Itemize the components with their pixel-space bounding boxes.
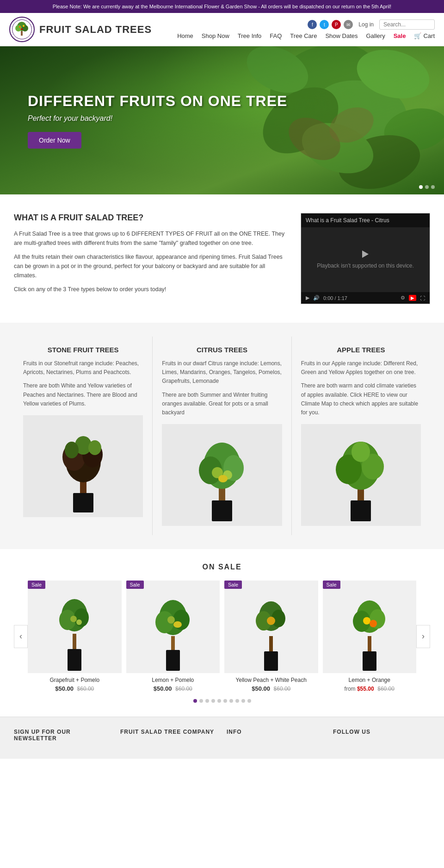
what-is-para1: A Fruit Salad Tree is a tree that grows … bbox=[14, 229, 287, 248]
apple-para1: Fruits in our Apple range include: Diffe… bbox=[301, 359, 421, 377]
svg-point-59 bbox=[267, 617, 275, 625]
carousel-dot-1[interactable] bbox=[193, 699, 197, 703]
sale-tree-svg-4 bbox=[346, 583, 393, 671]
sale-item-name-3: Yellow Peach + White Peach bbox=[224, 677, 318, 683]
sale-item-price-4: from $55.00 $60.00 bbox=[323, 685, 417, 692]
svg-point-6 bbox=[23, 25, 25, 27]
sale-item-3[interactable]: Sale Yellow Peach + White Peach $50.00 $… bbox=[224, 581, 318, 692]
sale-item-price-1: $50.00 $60.00 bbox=[28, 685, 122, 692]
what-is-heading: WHAT IS A FRUIT SALAD TREE? bbox=[14, 213, 287, 223]
sale-tree-svg-2 bbox=[150, 583, 196, 671]
svg-point-66 bbox=[370, 620, 377, 627]
video-title: What is a Fruit Salad Tree - Citrus bbox=[301, 213, 430, 227]
video-container: What is a Fruit Salad Tree - Citrus Play… bbox=[301, 213, 430, 304]
hero-dot-3[interactable] bbox=[431, 185, 435, 189]
hero-title: DIFFERENT FRUITS ON ONE TREE bbox=[28, 93, 287, 110]
svg-rect-27 bbox=[212, 500, 232, 521]
carousel-dot-2[interactable] bbox=[199, 699, 203, 703]
carousel-dot-7[interactable] bbox=[229, 699, 233, 703]
search-input[interactable] bbox=[379, 19, 435, 30]
carousel-dot-5[interactable] bbox=[217, 699, 221, 703]
svg-point-53 bbox=[173, 621, 182, 628]
carousel-dot-9[interactable] bbox=[241, 699, 245, 703]
order-now-button[interactable]: Order Now bbox=[28, 132, 81, 149]
sale-item-2[interactable]: Sale Lemon + Pomelo $50.00 $60.0 bbox=[126, 581, 220, 692]
nav-tree-info[interactable]: Tree Info bbox=[238, 32, 262, 39]
stone-fruit-image bbox=[23, 415, 143, 517]
logo-icon[interactable] bbox=[9, 17, 35, 42]
video-thumbnail[interactable]: Playback isn't supported on this device. bbox=[301, 227, 430, 292]
hero-carousel-dots bbox=[419, 185, 435, 189]
svg-point-5 bbox=[19, 26, 21, 28]
citrus-para1: Fruits in our dwarf Citrus range include… bbox=[162, 359, 282, 386]
sale-badge: Sale bbox=[28, 581, 45, 589]
site-title: FRUIT SALAD TREES bbox=[39, 24, 152, 36]
stone-fruit-tree-svg bbox=[51, 420, 116, 512]
nav-cart[interactable]: 🛒 Cart bbox=[414, 32, 435, 39]
twitter-icon[interactable]: t bbox=[320, 20, 329, 29]
video-no-playback: Playback isn't supported on this device. bbox=[317, 262, 414, 269]
carousel-dot-10[interactable] bbox=[247, 699, 251, 703]
citrus-column[interactable]: CITRUS TREES Fruits in our dwarf Citrus … bbox=[153, 337, 291, 535]
sale-item-name-2: Lemon + Pomelo bbox=[126, 677, 220, 683]
sale-item-4[interactable]: Sale Lemon + Orange from $55.00 bbox=[323, 581, 417, 692]
svg-rect-55 bbox=[264, 651, 278, 671]
pinterest-icon[interactable]: P bbox=[332, 20, 341, 29]
carousel-dot-4[interactable] bbox=[211, 699, 215, 703]
hero-content: DIFFERENT FRUITS ON ONE TREE Perfect for… bbox=[0, 74, 315, 167]
stone-fruit-heading: STONE FRUIT TREES bbox=[23, 346, 143, 354]
video-youtube-icon[interactable]: ▶ bbox=[409, 295, 416, 301]
site-footer: SIGN UP FOR OUR NEWSLETTER FRUIT SALAD T… bbox=[0, 717, 444, 759]
svg-point-7 bbox=[21, 28, 23, 30]
sale-badge-3: Sale bbox=[224, 581, 242, 589]
announcement-banner: Please Note: We are currently away at th… bbox=[0, 0, 444, 13]
nav-faq[interactable]: FAQ bbox=[270, 32, 282, 39]
what-is-text: WHAT IS A FRUIT SALAD TREE? A Fruit Sala… bbox=[14, 213, 287, 299]
video-play-button[interactable]: ▶ bbox=[306, 295, 309, 301]
sale-item-image-3 bbox=[224, 581, 318, 673]
stone-fruit-para1: Fruits in our Stonefruit range include: … bbox=[23, 359, 143, 377]
footer-info-heading: INFO bbox=[227, 729, 324, 735]
video-settings-icon[interactable]: ⚙ bbox=[401, 295, 405, 301]
stone-fruit-column[interactable]: STONE FRUIT TREES Fruits in our Stonefru… bbox=[14, 337, 153, 535]
on-sale-section: ON SALE ‹ Sale Grapefruit + bbox=[0, 549, 444, 717]
email-icon[interactable]: ✉ bbox=[344, 20, 353, 29]
sale-item-image-2 bbox=[126, 581, 220, 673]
citrus-heading: CITRUS TREES bbox=[162, 346, 282, 354]
hero-dot-1[interactable] bbox=[419, 185, 423, 189]
svg-rect-61 bbox=[363, 651, 376, 671]
video-fullscreen-icon[interactable]: ⛶ bbox=[420, 295, 425, 301]
nav-sale[interactable]: Sale bbox=[394, 32, 406, 39]
sale-item-image-1 bbox=[28, 581, 122, 673]
carousel-next-button[interactable]: › bbox=[416, 625, 430, 648]
nav-shop-now[interactable]: Shop Now bbox=[202, 32, 229, 39]
nav-home[interactable]: Home bbox=[177, 32, 193, 39]
carousel-dot-8[interactable] bbox=[235, 699, 239, 703]
citrus-para2: There are both Summer and Winter fruitin… bbox=[162, 391, 282, 418]
apple-heading: APPLE TREES bbox=[301, 346, 421, 354]
nav-gallery[interactable]: Gallery bbox=[366, 32, 385, 39]
footer-follow-col: FOLLOW US bbox=[333, 729, 430, 747]
video-time: 0:00 / 1:17 bbox=[323, 295, 347, 301]
footer-info-col: INFO bbox=[227, 729, 324, 747]
apple-column[interactable]: APPLE TREES Fruits in our Apple range in… bbox=[292, 337, 430, 535]
hero-section: DIFFERENT FRUITS ON ONE TREE Perfect for… bbox=[0, 46, 444, 194]
nav-show-dates[interactable]: Show Dates bbox=[325, 32, 358, 39]
svg-rect-4 bbox=[21, 31, 23, 36]
carousel-prev-button[interactable]: ‹ bbox=[14, 625, 28, 648]
carousel-dot-6[interactable] bbox=[223, 699, 227, 703]
svg-point-46 bbox=[76, 619, 82, 625]
svg-point-25 bbox=[88, 440, 101, 455]
facebook-icon[interactable]: f bbox=[308, 20, 317, 29]
sale-item-price-3: $50.00 $60.00 bbox=[224, 685, 318, 692]
site-header: FRUIT SALAD TREES f t P ✉ Log in Home Sh… bbox=[0, 13, 444, 46]
carousel-dot-3[interactable] bbox=[205, 699, 209, 703]
citrus-image bbox=[162, 424, 282, 526]
sale-item[interactable]: Sale Grapefruit + Pomelo $50.00 bbox=[28, 581, 122, 692]
hero-dot-2[interactable] bbox=[425, 185, 429, 189]
svg-point-39 bbox=[352, 442, 370, 462]
login-link[interactable]: Log in bbox=[358, 21, 374, 28]
nav-tree-care[interactable]: Tree Care bbox=[290, 32, 317, 39]
video-volume-button[interactable]: 🔊 bbox=[313, 295, 320, 301]
social-icons: f t P ✉ bbox=[308, 20, 353, 29]
